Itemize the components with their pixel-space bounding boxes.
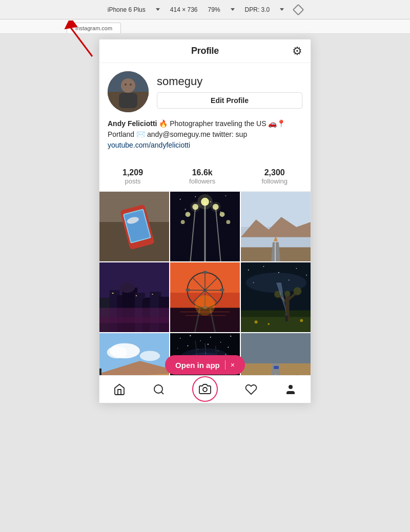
browser-bar: iPhone 6 Plus 414 × 736 79% DPR: 3.0 xyxy=(0,0,410,19)
nav-search[interactable] xyxy=(153,383,165,396)
svg-point-93 xyxy=(284,291,291,297)
svg-rect-54 xyxy=(152,294,153,295)
photo-2[interactable] xyxy=(170,192,240,261)
bio-link[interactable]: youtube.com/andyfeliciotti xyxy=(108,140,302,151)
bio-line1: Andy Feliciotti 🔥 Photographer traveling… xyxy=(108,118,302,129)
svg-point-119 xyxy=(208,343,209,344)
edit-profile-button[interactable]: Edit Profile xyxy=(157,92,302,109)
svg-point-55 xyxy=(119,282,135,293)
svg-point-116 xyxy=(177,348,178,349)
svg-rect-137 xyxy=(241,333,311,363)
photo-5[interactable] xyxy=(170,262,240,332)
svg-rect-35 xyxy=(241,192,311,227)
svg-point-110 xyxy=(180,338,181,339)
open-in-app-close[interactable]: × xyxy=(231,361,235,369)
svg-point-28 xyxy=(220,212,225,217)
svg-rect-70 xyxy=(186,289,190,291)
followers-count: 16.6k xyxy=(192,168,213,177)
svg-point-4 xyxy=(121,78,135,93)
svg-rect-71 xyxy=(220,289,224,291)
svg-point-121 xyxy=(228,347,229,348)
browser-tab[interactable]: instagram.com xyxy=(67,23,121,33)
posts-count: 1,209 xyxy=(122,168,143,177)
device-dropdown-icon[interactable] xyxy=(156,8,160,11)
svg-point-117 xyxy=(188,345,189,346)
svg-rect-57 xyxy=(99,317,169,332)
svg-point-99 xyxy=(300,319,303,322)
svg-point-112 xyxy=(200,340,201,341)
page-title: Profile xyxy=(191,46,219,56)
username: someguy xyxy=(157,75,302,88)
photo-1[interactable] xyxy=(99,192,169,261)
svg-point-149 xyxy=(289,385,293,389)
svg-point-84 xyxy=(306,275,307,276)
nav-profile[interactable] xyxy=(284,383,297,396)
posts-stat[interactable]: 1,209 posts xyxy=(122,168,143,185)
svg-rect-53 xyxy=(136,295,137,296)
following-label: following xyxy=(261,177,288,185)
photo-3[interactable] xyxy=(241,192,311,261)
svg-point-98 xyxy=(268,323,270,325)
bottom-nav xyxy=(99,375,311,403)
svg-rect-145 xyxy=(274,366,279,369)
svg-point-30 xyxy=(226,220,230,224)
svg-point-115 xyxy=(230,336,231,337)
svg-point-27 xyxy=(186,212,191,217)
svg-point-33 xyxy=(211,202,221,212)
svg-rect-39 xyxy=(275,242,276,261)
svg-point-113 xyxy=(210,337,211,338)
phone-wrapper: Profile ⚙ xyxy=(0,34,410,403)
zoom-dropdown-icon[interactable] xyxy=(231,8,235,11)
svg-rect-94 xyxy=(285,315,288,321)
nav-activity[interactable] xyxy=(245,383,257,396)
open-in-app-banner[interactable]: Open in app × xyxy=(165,355,245,375)
svg-point-18 xyxy=(225,195,226,196)
svg-point-91 xyxy=(293,287,301,295)
bio-line2: Portland ✉️ andy@someguy.me twitter: sup xyxy=(108,129,302,140)
following-stat[interactable]: 2,300 following xyxy=(261,168,288,185)
bio: Andy Feliciotti 🔥 Photographer traveling… xyxy=(108,118,302,151)
nav-home[interactable] xyxy=(113,383,126,396)
svg-line-147 xyxy=(161,392,163,394)
photo-4[interactable] xyxy=(99,262,169,332)
resolution-label: 414 × 736 xyxy=(170,6,198,13)
settings-icon[interactable]: ⚙ xyxy=(292,45,302,58)
svg-point-95 xyxy=(285,313,288,316)
svg-point-114 xyxy=(220,342,221,343)
followers-stat[interactable]: 16.6k followers xyxy=(189,168,215,185)
svg-point-111 xyxy=(190,335,191,336)
zoom-label: 79% xyxy=(208,6,220,13)
dpr-label: DPR: 3.0 xyxy=(245,6,270,13)
svg-point-16 xyxy=(195,196,196,197)
svg-rect-68 xyxy=(203,271,207,274)
stats-row: 1,209 posts 16.6k followers 2,300 follow… xyxy=(99,162,311,192)
rotate-icon[interactable] xyxy=(293,4,304,15)
photo-6[interactable] xyxy=(241,262,311,332)
svg-point-103 xyxy=(140,351,160,361)
svg-point-97 xyxy=(255,320,258,323)
profile-top: someguy Edit Profile xyxy=(108,71,302,112)
tab-bar: instagram.com xyxy=(0,19,410,34)
svg-rect-5 xyxy=(119,93,137,108)
svg-point-19 xyxy=(185,209,186,210)
svg-point-78 xyxy=(248,270,249,271)
svg-point-102 xyxy=(107,346,127,359)
profile-right: someguy Edit Profile xyxy=(157,75,302,109)
svg-point-74 xyxy=(195,295,215,315)
svg-point-32 xyxy=(190,202,200,212)
svg-point-15 xyxy=(180,199,181,200)
posts-label: posts xyxy=(125,177,140,185)
phone-frame: Profile ⚙ xyxy=(99,39,311,403)
open-in-app-label: Open in app xyxy=(175,361,220,370)
svg-point-29 xyxy=(181,220,185,224)
svg-rect-51 xyxy=(112,293,114,294)
ig-header: Profile ⚙ xyxy=(99,39,311,63)
following-count: 2,300 xyxy=(264,168,285,177)
followers-label: followers xyxy=(189,177,215,185)
svg-point-7 xyxy=(130,84,132,86)
svg-rect-87 xyxy=(241,317,311,332)
avatar xyxy=(108,71,149,112)
nav-camera[interactable] xyxy=(192,376,218,402)
profile-section: someguy Edit Profile Andy Feliciotti 🔥 P… xyxy=(99,63,311,162)
dpr-dropdown-icon[interactable] xyxy=(280,8,284,11)
